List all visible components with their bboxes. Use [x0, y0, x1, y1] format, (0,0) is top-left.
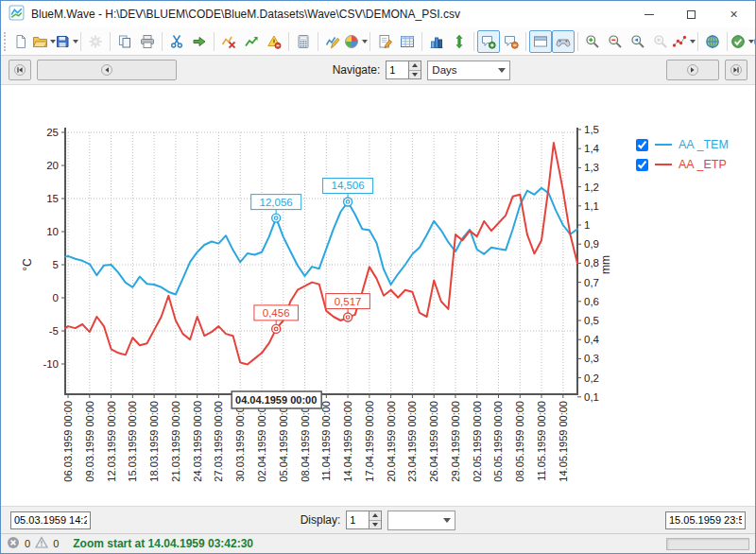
nav-first-button[interactable] — [9, 60, 31, 80]
chart-type-button[interactable] — [425, 30, 448, 53]
x-tick-label: 02.05.1959 00:00 — [472, 401, 483, 482]
y-tick-label-right: 0,3 — [584, 353, 599, 364]
apply-button[interactable] — [730, 30, 753, 53]
nav-prev-button[interactable] — [37, 60, 177, 80]
import-arrow-icon — [192, 34, 207, 49]
data-point-marker[interactable] — [344, 313, 352, 321]
y-tick-label-right: 0,9 — [584, 238, 599, 250]
chart-legend: AA _TEM AA _ETP — [636, 138, 729, 171]
overview-panel-button[interactable] — [529, 30, 552, 53]
series-line-aa_tem[interactable] — [65, 188, 577, 295]
navigate-unit-select[interactable]: Days — [427, 61, 510, 80]
cut-scissors-icon — [169, 34, 184, 49]
legend-swatch-tem — [655, 144, 672, 146]
display-input[interactable] — [346, 511, 369, 529]
globe-icon — [705, 34, 720, 49]
navigate-up-button[interactable] — [409, 61, 421, 70]
y-tick-label-right: 0,5 — [584, 315, 599, 326]
y-tick-label-left: -5 — [49, 325, 59, 337]
fit-vertical-button[interactable] — [448, 30, 471, 53]
warning-triangle-icon — [266, 34, 282, 49]
legend-checkbox-tem[interactable] — [636, 139, 648, 151]
copy-button[interactable] — [113, 30, 136, 53]
display-bar: Display: — [1, 506, 755, 533]
save-button[interactable] — [55, 30, 77, 53]
edit-series-button[interactable] — [373, 30, 396, 53]
cursor-tooltip-label: 04.04.1959 00:00 — [235, 394, 317, 406]
data-point-marker[interactable] — [344, 198, 352, 206]
display-down-button[interactable] — [369, 520, 381, 529]
open-button[interactable] — [32, 30, 55, 53]
annotation-add-button[interactable] — [477, 30, 500, 53]
window-title: BlueM.Wave - H:\DEV\BLUEM\CODE\BlueM.Dat… — [31, 8, 621, 21]
x-tick-label: 05.04.1959 00:00 — [278, 401, 289, 482]
zoom-out-button[interactable] — [604, 30, 627, 53]
calculator-icon — [296, 34, 311, 49]
zoom-in-button[interactable] — [581, 30, 604, 53]
data-point-marker[interactable] — [272, 324, 281, 333]
data-point-marker[interactable] — [272, 214, 281, 222]
title-bar: BlueM.Wave - H:\DEV\BLUEM\CODE\BlueM.Dat… — [1, 1, 755, 27]
toolbar-separator — [162, 32, 163, 51]
y-tick-label-left: 10 — [46, 226, 59, 237]
print-icon — [140, 34, 155, 49]
bubble-add-icon — [481, 34, 496, 49]
navigate-input[interactable] — [386, 61, 408, 79]
new-button[interactable] — [9, 30, 32, 53]
nav-last-button[interactable] — [725, 60, 747, 80]
zoom-extent-button[interactable] — [672, 30, 695, 53]
close-button[interactable]: × — [713, 1, 755, 27]
display-label: Display: — [301, 513, 341, 527]
range-end-input[interactable] — [665, 511, 746, 529]
display-up-button[interactable] — [369, 511, 381, 520]
x-tick-label: 26.04.1959 00:00 — [428, 401, 439, 482]
pan-mode-button[interactable] — [552, 30, 575, 53]
x-tick-label: 09.03.1959 00:00 — [84, 401, 95, 482]
x-tick-label: 06.03.1959 00:00 — [62, 401, 74, 482]
annotation-remove-button[interactable] — [500, 30, 523, 53]
warnings-button[interactable] — [263, 30, 285, 53]
print-button[interactable] — [136, 30, 159, 53]
help-icon: ? — [753, 34, 756, 49]
y-tick-label-left: 25 — [46, 127, 59, 138]
chart-properties-button[interactable] — [321, 30, 344, 53]
window: BlueM.Wave - H:\DEV\BLUEM\CODE\BlueM.Dat… — [0, 0, 756, 554]
callout-label: 14,506 — [331, 180, 364, 191]
column-chart-icon — [429, 34, 444, 49]
delete-series-button[interactable] — [217, 30, 240, 53]
colors-button[interactable] — [344, 30, 367, 53]
range-start-input[interactable] — [10, 511, 91, 529]
legend-item-etp[interactable]: AA _ETP — [636, 158, 729, 171]
y-tick-label-left: 0 — [53, 292, 59, 303]
y-tick-label-right: 0,4 — [584, 334, 600, 345]
color-wheel-icon — [344, 34, 359, 49]
x-tick-label: 29.04.1959 00:00 — [450, 401, 461, 482]
minimize-button[interactable] — [627, 1, 670, 27]
display-unit-select[interactable] — [387, 511, 455, 530]
cut-button[interactable] — [165, 30, 188, 53]
legend-checkbox-etp[interactable] — [636, 159, 648, 171]
error-icon — [7, 536, 20, 551]
import-button[interactable] — [188, 30, 211, 53]
analysis-button[interactable] — [240, 30, 263, 53]
settings-button[interactable] — [84, 30, 107, 53]
table-view-button[interactable] — [396, 30, 419, 53]
x-tick-label: 08.05.1959 00:00 — [514, 401, 525, 482]
navigation-bar: Navigate: Days — [1, 56, 755, 85]
save-icon — [55, 34, 70, 49]
callout-label: 0,456 — [263, 307, 290, 319]
toolbar-separator — [214, 32, 215, 51]
navigate-down-button[interactable] — [409, 70, 421, 79]
zoom-next-button[interactable] — [649, 30, 672, 53]
warning-icon — [35, 536, 48, 551]
x-tick-label: 24.03.1959 00:00 — [192, 401, 203, 482]
overview-panel-icon — [533, 34, 548, 49]
calculator-button[interactable] — [292, 30, 315, 53]
y-tick-label-right: 1 — [584, 219, 590, 231]
legend-item-tem[interactable]: AA _TEM — [636, 138, 729, 151]
y-tick-label-left: 20 — [46, 160, 59, 171]
nav-next-button[interactable] — [666, 60, 719, 80]
maximize-button[interactable] — [670, 1, 713, 27]
globe-button[interactable] — [701, 30, 724, 53]
zoom-previous-button[interactable] — [627, 30, 649, 53]
